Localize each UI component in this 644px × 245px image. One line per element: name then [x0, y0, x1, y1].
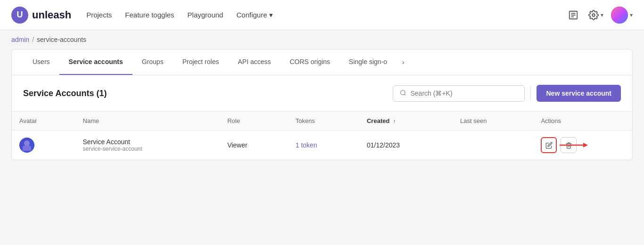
tab-users[interactable]: Users	[23, 49, 59, 75]
role-cell: Viewer	[220, 131, 288, 160]
docs-button[interactable]	[566, 8, 581, 23]
svg-point-4	[592, 14, 595, 16]
svg-point-5	[401, 90, 405, 94]
actions-cell	[533, 131, 632, 160]
account-name: Service Account	[83, 138, 213, 146]
name-cell: Service Account service-service-account	[75, 131, 220, 160]
col-last-seen: Last seen	[453, 112, 533, 131]
svg-marker-8	[583, 143, 588, 147]
edit-button[interactable]	[541, 137, 557, 153]
main-content: Users Service accounts Groups Project ro…	[0, 49, 644, 172]
tab-bar: Users Service accounts Groups Project ro…	[12, 49, 632, 75]
last-seen-cell	[453, 131, 533, 160]
section-controls: New service account	[393, 85, 621, 102]
main-nav: Projects Feature toggles Playground Conf…	[86, 11, 272, 19]
header-actions: ▾ ▾	[566, 7, 633, 24]
breadcrumb: admin / service-accounts	[0, 30, 644, 49]
nav-feature-toggles[interactable]: Feature toggles	[125, 11, 174, 19]
tabs-more-button[interactable]: ›	[396, 50, 410, 74]
tab-project-roles[interactable]: Project roles	[173, 49, 229, 75]
col-tokens: Tokens	[288, 112, 359, 131]
new-service-account-button[interactable]: New service account	[537, 85, 621, 102]
sort-arrow-icon: ↑	[393, 118, 396, 124]
col-avatar: Avatar	[12, 112, 75, 131]
account-username: service-service-account	[83, 146, 213, 152]
tab-single-sign-on[interactable]: Single sign-o	[339, 49, 396, 75]
chevron-down-icon: ▾	[269, 11, 273, 19]
table-row: Service Account service-service-account …	[12, 131, 632, 160]
tokens-link[interactable]: 1 token	[296, 141, 317, 149]
tab-service-accounts[interactable]: Service accounts	[59, 49, 132, 75]
col-role: Role	[220, 112, 288, 131]
divider	[530, 86, 531, 101]
section-title: Service Accounts (1)	[23, 89, 107, 98]
tab-api-access[interactable]: API access	[228, 49, 280, 75]
avatar	[611, 7, 628, 24]
created-cell: 01/12/2023	[359, 131, 453, 160]
annotation-arrow	[560, 140, 588, 150]
logo[interactable]: U unleash	[11, 7, 71, 24]
search-input[interactable]	[410, 90, 518, 97]
avatar-cell	[12, 131, 75, 160]
logo-text: unleash	[32, 9, 71, 21]
content-card: Users Service accounts Groups Project ro…	[11, 49, 633, 160]
actions-wrapper	[541, 137, 625, 153]
col-created[interactable]: Created ↑	[359, 112, 453, 131]
section-header: Service Accounts (1) New service account	[12, 75, 632, 111]
breadcrumb-admin[interactable]: admin	[11, 36, 29, 43]
user-menu[interactable]: ▾	[611, 7, 633, 24]
nav-projects[interactable]: Projects	[86, 11, 112, 19]
user-avatar	[19, 138, 34, 153]
col-name: Name	[75, 112, 220, 131]
header: U unleash Projects Feature toggles Playg…	[0, 0, 644, 30]
col-actions: Actions	[533, 112, 632, 131]
service-accounts-table: Avatar Name Role Tokens Created ↑ Last s…	[12, 111, 632, 160]
nav-playground[interactable]: Playground	[188, 11, 223, 19]
logo-letter: U	[17, 10, 23, 20]
table-header: Avatar Name Role Tokens Created ↑ Last s…	[12, 112, 632, 131]
search-icon	[400, 90, 406, 98]
nav-configure[interactable]: Configure ▾	[236, 11, 272, 19]
svg-line-6	[405, 94, 406, 95]
breadcrumb-current: service-accounts	[37, 36, 86, 43]
breadcrumb-separator: /	[32, 36, 34, 43]
tab-cors-origins[interactable]: CORS origins	[281, 49, 340, 75]
user-chevron-icon: ▾	[630, 12, 633, 18]
logo-icon: U	[11, 7, 28, 24]
tokens-cell: 1 token	[288, 131, 359, 160]
search-box[interactable]	[393, 85, 525, 102]
settings-chevron-icon: ▾	[601, 12, 603, 18]
tab-groups[interactable]: Groups	[132, 49, 173, 75]
settings-button[interactable]: ▾	[588, 10, 603, 20]
